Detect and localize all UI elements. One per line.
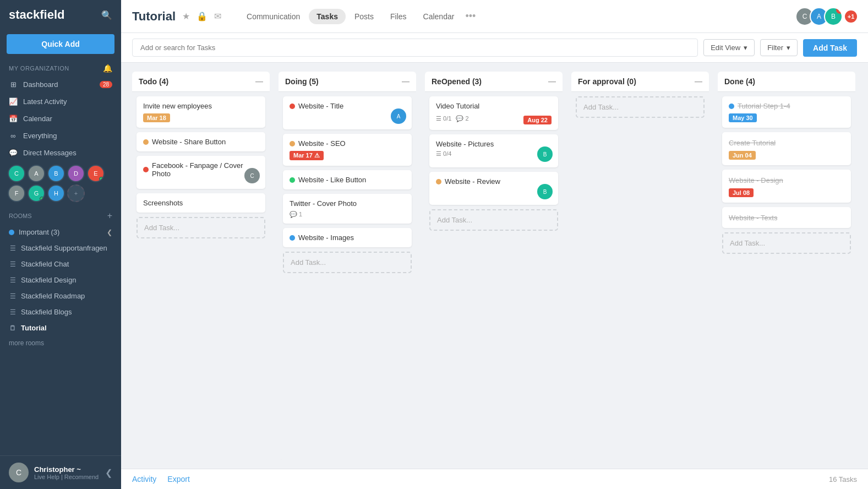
task-card[interactable]: Twitter - Cover Photo 💬 1 xyxy=(283,194,412,224)
add-task-done-button[interactable]: Add Task... xyxy=(722,232,851,254)
avatar[interactable]: G xyxy=(28,184,45,202)
task-title: Website - Design xyxy=(729,176,783,184)
notification-bell-icon[interactable]: 🔔 xyxy=(103,64,113,73)
sidebar-item-tutorial[interactable]: 🗒 Tutorial xyxy=(0,320,121,336)
column-menu-icon[interactable]: — xyxy=(402,77,410,86)
avatar[interactable]: A xyxy=(28,165,45,182)
logo-text: stackfield xyxy=(9,8,65,22)
avatar[interactable]: D xyxy=(67,165,85,182)
column-done: Done (4) Tutorial Step 1-4 May 30 Create… xyxy=(718,72,855,460)
quick-add-button[interactable]: Quick Add xyxy=(7,34,114,54)
column-title: For approval (0) xyxy=(578,77,636,86)
sidebar-item-calendar[interactable]: 📅 Calendar xyxy=(0,110,121,127)
task-card[interactable]: Website - Like Button xyxy=(283,170,412,189)
filter-button[interactable]: Filter ▾ xyxy=(760,39,798,56)
task-assignee-avatar: C xyxy=(244,168,260,183)
messages-icon: 💬 xyxy=(9,149,18,157)
rooms-section-header: ROOMS + xyxy=(0,205,121,224)
column-menu-icon[interactable]: — xyxy=(548,77,556,86)
add-room-icon[interactable]: + xyxy=(107,211,112,221)
sidebar-item-label: Dashboard xyxy=(23,80,58,89)
add-task-todo-button[interactable]: Add Task... xyxy=(137,217,265,238)
room-type-icon: ☰ xyxy=(9,276,17,284)
sidebar-item-supportanfragen[interactable]: ☰ Stackfield Supportanfragen xyxy=(0,240,121,256)
sidebar-item-blogs[interactable]: ☰ Stackfield Blogs xyxy=(0,304,121,320)
sidebar-item-label: Direct Messages xyxy=(23,149,77,157)
sidebar-item-direct-messages[interactable]: 💬 Direct Messages xyxy=(0,144,121,161)
task-card[interactable]: Website - Pictures ☰ 0/4 B xyxy=(429,134,558,167)
topbar-avatars: C A B3 +1 xyxy=(800,7,857,26)
status-dot xyxy=(143,167,149,172)
sidebar-item-roadmap[interactable]: ☰ Stackfield Roadmap xyxy=(0,288,121,304)
task-title: Website - Share Button xyxy=(152,138,226,146)
avatar[interactable]: B xyxy=(47,165,65,182)
tab-files[interactable]: Files xyxy=(383,9,414,24)
task-card[interactable]: Screenshots xyxy=(137,193,265,213)
search-icon[interactable]: 🔍 xyxy=(101,10,112,20)
status-dot xyxy=(290,104,295,109)
lock-icon[interactable]: 🔒 xyxy=(196,11,208,21)
task-title: Tutorial Step 1-4 xyxy=(738,102,790,110)
more-rooms-link[interactable]: more rooms xyxy=(0,336,121,350)
sidebar-collapse-icon[interactable]: ❮ xyxy=(105,468,112,478)
kanban-board: Todo (4) — Invite new employees Mar 18 W… xyxy=(121,63,868,469)
edit-view-button[interactable]: Edit View ▾ xyxy=(703,39,755,56)
task-card[interactable]: Website - Design Jul 08 xyxy=(722,170,851,203)
avatar[interactable]: E xyxy=(87,165,105,182)
task-card[interactable]: Invite new employees Mar 18 xyxy=(137,96,265,128)
sidebar-item-everything[interactable]: ∞ Everything xyxy=(0,127,121,144)
task-card[interactable]: Tutorial Step 1-4 May 30 xyxy=(722,96,851,128)
task-badge: Jul 08 xyxy=(729,188,754,197)
task-title: Invite new employees xyxy=(143,102,259,110)
add-task-doing-button[interactable]: Add Task... xyxy=(283,252,412,273)
envelope-icon[interactable]: ✉ xyxy=(214,11,221,21)
avatar[interactable]: H xyxy=(47,184,65,202)
task-title: Website - Pictures xyxy=(436,140,552,148)
task-card[interactable]: Website - Texts xyxy=(722,207,851,228)
task-assignee-avatar: B xyxy=(537,146,553,162)
calendar-icon: 📅 xyxy=(9,115,18,123)
team-avatars-row: C A B D E F G H + xyxy=(0,161,121,205)
add-avatar-button[interactable]: + xyxy=(67,184,85,202)
task-card[interactable]: Video Tutorial ☰ 0/1 💬 2 Aug 22 xyxy=(429,96,558,130)
user-info: Christopher ~ Live Help | Recommend xyxy=(34,465,99,480)
task-card[interactable]: Facebook - Fanpage / Cover Photo C xyxy=(137,156,265,189)
tab-posts[interactable]: Posts xyxy=(347,9,381,24)
tab-calendar[interactable]: Calendar xyxy=(416,9,462,24)
status-dot xyxy=(290,177,295,183)
add-task-approval-button[interactable]: Add Task... xyxy=(576,96,705,118)
sidebar-item-dashboard[interactable]: ⊞ Dashboard 28 xyxy=(0,76,121,93)
task-card[interactable]: Website - Review B xyxy=(429,172,558,205)
tab-tasks[interactable]: Tasks xyxy=(309,9,346,24)
task-title: Twitter - Cover Photo xyxy=(290,199,405,208)
task-card[interactable]: Website - Share Button xyxy=(137,132,265,151)
star-icon[interactable]: ★ xyxy=(182,11,190,21)
avatar[interactable]: F xyxy=(8,184,25,202)
activity-icon: 📈 xyxy=(9,97,18,106)
task-card[interactable]: Create Tutorial Jun 04 xyxy=(722,132,851,165)
room-dot-icon xyxy=(9,230,14,235)
sidebar-item-chat[interactable]: ☰ Stackfield Chat xyxy=(0,256,121,272)
avatar[interactable]: C xyxy=(8,165,25,182)
room-type-icon: ☰ xyxy=(9,292,17,300)
room-label: Stackfield Design xyxy=(21,276,76,284)
sidebar-item-latest-activity[interactable]: 📈 Latest Activity xyxy=(0,93,121,110)
more-options-icon[interactable]: ••• xyxy=(465,10,476,22)
sidebar-item-important[interactable]: Important (3) ❮ xyxy=(0,224,121,240)
task-card[interactable]: Website - Title A xyxy=(283,96,412,129)
task-card[interactable]: Website - Images xyxy=(283,228,412,247)
bottom-bar: Activity Export 16 Tasks xyxy=(121,469,868,489)
sidebar: stackfield 🔍 Quick Add MY ORGANIZATION 🔔… xyxy=(0,0,121,489)
add-task-button[interactable]: Add Task xyxy=(803,39,857,57)
export-link[interactable]: Export xyxy=(167,475,189,483)
sidebar-item-design[interactable]: ☰ Stackfield Design xyxy=(0,272,121,288)
column-approval-body: Add Task... xyxy=(571,92,709,460)
activity-link[interactable]: Activity xyxy=(132,475,156,483)
task-card[interactable]: Website - SEO Mar 17 ⚠ xyxy=(283,134,412,166)
column-menu-icon[interactable]: — xyxy=(695,77,702,86)
tab-communication[interactable]: Communication xyxy=(239,9,308,24)
add-task-reopened-button[interactable]: Add Task... xyxy=(429,209,558,231)
main-content: Tutorial ★ 🔒 ✉ Communication Tasks Posts… xyxy=(121,0,868,489)
column-menu-icon[interactable]: — xyxy=(255,77,263,86)
search-input[interactable] xyxy=(132,39,698,57)
